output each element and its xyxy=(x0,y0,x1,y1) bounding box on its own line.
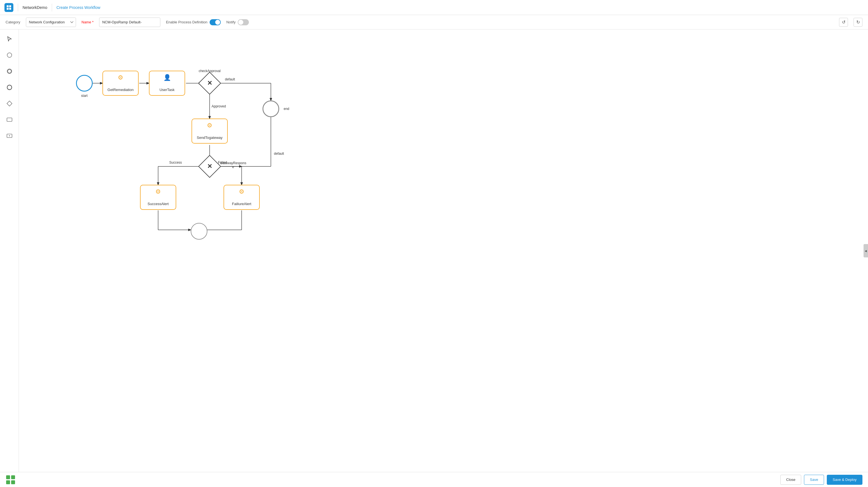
node-sendTogateway[interactable]: ⚙ SendTogateway xyxy=(191,119,228,143)
gear-icon-sendTo: ⚙ xyxy=(207,122,212,129)
failureAlert-label: FailiureAlert xyxy=(232,202,251,206)
enable-label: Enable Process Definition xyxy=(166,20,207,24)
header: NetworkDemo Create Process Workflow xyxy=(0,0,868,15)
undo-button[interactable]: ↺ xyxy=(839,18,848,27)
gateway-x-icon: ✕ xyxy=(207,79,212,87)
redo-button[interactable]: ↻ xyxy=(854,18,862,27)
app-name: NetworkDemo xyxy=(23,5,47,10)
end-circle[interactable] xyxy=(262,100,279,117)
failureAlert-task[interactable]: ⚙ FailiureAlert xyxy=(223,185,260,210)
name-label: Name * xyxy=(82,20,94,24)
svg-point-7 xyxy=(7,85,12,90)
gateway-response-x-icon: ✕ xyxy=(207,163,212,170)
svg-rect-14 xyxy=(11,475,15,479)
node-checkApproval[interactable]: checkApproval ✕ xyxy=(202,75,218,91)
canvas[interactable]: default Approved Success Failed default xyxy=(19,30,868,472)
user-icon-userTask: 👤 xyxy=(163,74,171,81)
svg-marker-8 xyxy=(7,101,12,106)
sidebar xyxy=(0,30,19,472)
svg-rect-16 xyxy=(11,480,15,484)
svg-rect-1 xyxy=(9,5,11,7)
sidebar-item-end-event[interactable] xyxy=(4,82,15,93)
svg-rect-13 xyxy=(6,475,10,479)
footer: Close Save Save & Deploy xyxy=(0,472,868,487)
userTask-label: UserTask xyxy=(159,88,175,92)
close-button[interactable]: Close xyxy=(780,475,801,485)
userTask-task[interactable]: 👤 UserTask xyxy=(149,71,185,96)
getRemediation-label: GetRemediation xyxy=(107,88,134,92)
save-button[interactable]: Save xyxy=(804,475,824,485)
node-end[interactable]: end xyxy=(262,100,279,117)
breadcrumb: Create Process Workflow xyxy=(57,5,100,10)
save-deploy-button[interactable]: Save & Deploy xyxy=(827,475,862,485)
conn-label-default1: default xyxy=(225,77,235,81)
node-start[interactable]: start xyxy=(76,75,93,92)
checkApproval-gateway[interactable]: ✕ xyxy=(198,72,221,95)
gear-icon-failureAlert: ⚙ xyxy=(239,188,244,195)
sidebar-item-gateway[interactable] xyxy=(4,98,15,109)
end-label: end xyxy=(284,107,289,111)
sendTogateway-task[interactable]: ⚙ SendTogateway xyxy=(191,119,228,143)
footer-logo xyxy=(6,475,16,485)
sidebar-item-subprocess[interactable] xyxy=(4,130,15,141)
main-area: default Approved Success Failed default xyxy=(0,30,868,472)
svg-point-6 xyxy=(7,70,11,73)
sidebar-item-start-event[interactable] xyxy=(4,50,15,61)
svg-point-4 xyxy=(7,53,12,58)
app-logo xyxy=(4,3,13,12)
category-select[interactable]: Network Configuration Service Management… xyxy=(26,18,76,27)
header-separator xyxy=(18,4,18,11)
start-circle[interactable] xyxy=(76,75,93,92)
svg-rect-9 xyxy=(7,118,12,122)
gatewayResponse-label: GatewayRespons e xyxy=(220,161,246,169)
conn-label-approved: Approved xyxy=(212,104,226,108)
sidebar-item-task[interactable] xyxy=(4,114,15,125)
conn-label-default2: default xyxy=(274,152,284,156)
start-label: start xyxy=(81,94,87,98)
category-label: Category xyxy=(6,20,20,24)
gear-icon-successAlert: ⚙ xyxy=(155,188,161,195)
gear-icon-getRemediation: ⚙ xyxy=(118,74,123,81)
sidebar-item-pointer[interactable] xyxy=(4,33,15,44)
svg-rect-15 xyxy=(6,480,10,484)
right-panel-toggle[interactable]: ◀ xyxy=(864,244,868,257)
node-loop-intermediate[interactable] xyxy=(191,223,207,239)
name-input[interactable] xyxy=(99,18,160,27)
loop-circle[interactable] xyxy=(191,223,207,239)
notify-toggle-group: Notify xyxy=(226,19,249,25)
node-successAlert[interactable]: ⚙ SuccessAlert xyxy=(140,185,176,210)
conn-label-success: Success xyxy=(169,161,182,164)
svg-rect-0 xyxy=(7,5,9,7)
notify-toggle[interactable] xyxy=(238,19,249,25)
successAlert-label: SuccessAlert xyxy=(148,202,169,206)
enable-toggle-group: Enable Process Definition xyxy=(166,19,221,25)
sidebar-item-intermediate-event[interactable] xyxy=(4,66,15,77)
node-gatewayResponse[interactable]: ✕ GatewayRespons e xyxy=(202,158,218,174)
gatewayResponse-gateway[interactable]: ✕ xyxy=(198,155,221,178)
getRemediation-task[interactable]: ⚙ GetRemediation xyxy=(102,71,138,96)
enable-toggle[interactable] xyxy=(210,19,221,25)
svg-rect-2 xyxy=(7,8,9,10)
successAlert-task[interactable]: ⚙ SuccessAlert xyxy=(140,185,176,210)
toolbar: Category Network Configuration Service M… xyxy=(0,15,868,30)
node-failureAlert[interactable]: ⚙ FailiureAlert xyxy=(223,185,260,210)
connections-svg: default Approved Success Failed default xyxy=(19,30,325,252)
node-userTask[interactable]: 👤 UserTask xyxy=(149,71,185,96)
notify-label: Notify xyxy=(226,20,236,24)
svg-rect-3 xyxy=(9,8,11,10)
sendTogateway-label: SendTogateway xyxy=(197,135,223,140)
canvas-inner: default Approved Success Failed default xyxy=(19,30,325,252)
node-getRemediation[interactable]: ⚙ GetRemediation xyxy=(102,71,138,96)
